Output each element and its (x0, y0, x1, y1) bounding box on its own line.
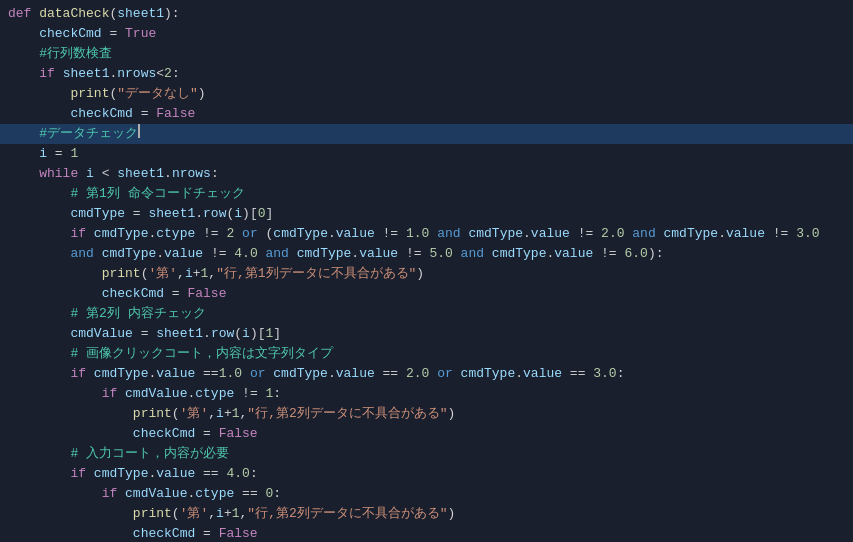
code-token-var: cmdType (70, 204, 125, 224)
code-token-plain (8, 344, 70, 364)
code-token-plain: = (164, 284, 187, 304)
code-token-plain: . (515, 364, 523, 384)
code-token-kw: def (8, 4, 39, 24)
code-line: i = 1 (0, 144, 853, 164)
code-line: # 第1列 命令コードチェック (0, 184, 853, 204)
code-token-var: i (234, 204, 242, 224)
code-token-plain: . (148, 364, 156, 384)
code-token-plain: . (148, 464, 156, 484)
code-token-attr: value (359, 244, 398, 264)
code-token-plain: , (208, 504, 216, 524)
code-line: def dataCheck(sheet1): (0, 4, 853, 24)
code-line: # 画像クリックコート，内容は文字列タイプ (0, 344, 853, 364)
code-line: # 第2列 内容チェック (0, 304, 853, 324)
code-token-var: cmdValue (125, 484, 187, 504)
code-token-plain: != (398, 244, 429, 264)
code-token-plain: , (177, 264, 185, 284)
code-token-kw: if (102, 484, 125, 504)
code-token-kw: True (125, 24, 156, 44)
code-token-num: 3.0 (593, 364, 616, 384)
code-token-builtin: print (133, 404, 172, 424)
code-token-num: 0 (258, 204, 266, 224)
code-token-attr: value (336, 364, 375, 384)
code-token-plain: ) (198, 84, 206, 104)
code-token-var: cmdType (94, 364, 149, 384)
code-token-plain: = (195, 424, 218, 444)
code-token-plain (8, 184, 70, 204)
code-token-comment-jp: # 第2列 内容チェック (70, 304, 205, 324)
code-token-var: cmdType (468, 224, 523, 244)
code-token-logic: or (250, 364, 266, 384)
code-line: if cmdType.value == 4.0: (0, 464, 853, 484)
code-token-plain: ( (109, 4, 117, 24)
code-token-attr: value (336, 224, 375, 244)
code-token-num: 1.0 (406, 224, 429, 244)
code-token-plain: != (570, 224, 601, 244)
code-token-plain (8, 324, 70, 344)
code-token-plain (289, 244, 297, 264)
code-token-plain: + (224, 404, 232, 424)
code-token-num: 5.0 (429, 244, 452, 264)
code-token-plain (8, 144, 39, 164)
code-token-var: cmdType (94, 464, 149, 484)
code-token-plain: != (203, 244, 234, 264)
code-token-param: sheet1 (117, 4, 164, 24)
code-token-plain: = (47, 144, 70, 164)
code-token-comment-jp: # 入力コート，内容が必要 (70, 444, 229, 464)
code-token-attr: value (554, 244, 593, 264)
code-token-plain: ( (172, 404, 180, 424)
code-line: #データチェック (0, 124, 853, 144)
code-token-plain: = (102, 24, 125, 44)
code-token-fn: dataCheck (39, 4, 109, 24)
code-token-logic: and (461, 244, 484, 264)
code-token-plain (242, 364, 250, 384)
code-line: checkCmd = False (0, 524, 853, 542)
code-token-attr: value (726, 224, 765, 244)
code-token-plain: . (195, 204, 203, 224)
code-line: if sheet1.nrows<2: (0, 64, 853, 84)
code-token-plain (266, 364, 274, 384)
code-token-num: 1 (70, 144, 78, 164)
code-token-plain: + (224, 504, 232, 524)
code-token-var: cmdValue (125, 384, 187, 404)
code-token-logic: or (437, 364, 453, 384)
code-token-num: 1 (232, 504, 240, 524)
code-token-num: 2.0 (406, 364, 429, 384)
code-token-plain (624, 224, 632, 244)
code-token-plain: != (593, 244, 624, 264)
code-token-plain: . (523, 224, 531, 244)
code-token-plain: , (240, 504, 248, 524)
code-token-attr: value (531, 224, 570, 244)
code-token-plain: . (203, 324, 211, 344)
code-token-plain: , (208, 264, 216, 284)
code-token-plain (484, 244, 492, 264)
code-token-plain: ): (648, 244, 664, 264)
code-token-plain: . (187, 384, 195, 404)
code-token-plain: )[ (250, 324, 266, 344)
code-token-kw: while (39, 164, 86, 184)
code-token-plain: = (125, 204, 148, 224)
code-token-logic: and (437, 224, 460, 244)
code-token-kw: False (219, 424, 258, 444)
code-token-plain: ( (226, 204, 234, 224)
code-token-plain: == (195, 464, 226, 484)
code-token-var: checkCmd (102, 284, 164, 304)
code-line: if cmdValue.ctype != 1: (0, 384, 853, 404)
code-token-plain: , (240, 404, 248, 424)
code-token-logic: and (70, 244, 93, 264)
code-token-attr: nrows (172, 164, 211, 184)
code-token-plain: : (250, 464, 258, 484)
code-token-logic: and (266, 244, 289, 264)
code-token-attr: ctype (195, 384, 234, 404)
code-token-kw: False (219, 524, 258, 542)
code-token-plain: . (164, 164, 172, 184)
code-token-var: checkCmd (133, 424, 195, 444)
code-token-kw: if (70, 224, 93, 244)
code-token-comment-jp: #データチェック (39, 124, 138, 144)
code-token-plain: < (156, 64, 164, 84)
code-token-var: checkCmd (70, 104, 132, 124)
code-token-str: "行,第2列データに不具合がある" (247, 404, 447, 424)
code-token-logic: and (632, 224, 655, 244)
code-token-var: cmdType (273, 224, 328, 244)
code-token-plain: == (195, 364, 218, 384)
